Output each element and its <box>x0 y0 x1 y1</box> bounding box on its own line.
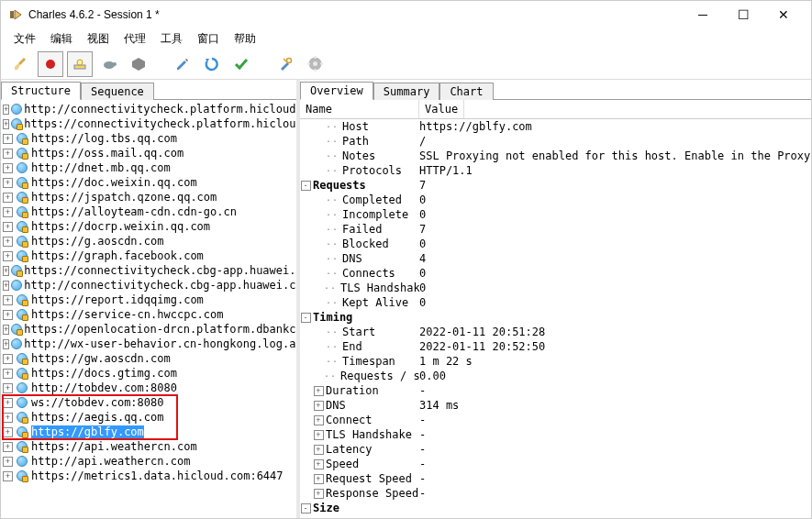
tree-label[interactable]: https://alloyteam-cdn.cdn-go.cn <box>31 205 237 218</box>
detail-row[interactable]: ··Failed7 <box>300 222 811 237</box>
detail-row[interactable]: ··Timespan1 m 22 s <box>300 354 811 369</box>
expand-icon[interactable]: + <box>314 401 324 411</box>
tree-label[interactable]: https://jspatch.qzone.qq.com <box>31 191 217 204</box>
expand-icon[interactable]: + <box>3 163 13 173</box>
menu-view[interactable]: 视图 <box>80 29 117 49</box>
tree-label[interactable]: ws://tobdev.com:8080 <box>31 396 164 409</box>
detail-row[interactable]: ··TLS Handshakes0 <box>300 281 811 295</box>
expand-icon[interactable]: + <box>314 415 324 425</box>
tree-row[interactable]: +https://aegis.qq.com <box>1 410 296 425</box>
tree-row[interactable]: +https://connectivitycheck.platform.hicl… <box>1 116 296 131</box>
tree-label[interactable]: https://oss.mail.qq.com <box>31 147 184 160</box>
hexagon-icon[interactable] <box>126 51 151 77</box>
expand-icon[interactable]: + <box>3 149 13 159</box>
tree-row[interactable]: +https://docrp.weixin.qq.com <box>1 219 296 234</box>
detail-row[interactable]: ··Requests / sec0.00 <box>300 369 811 383</box>
expand-icon[interactable]: + <box>3 251 13 261</box>
expand-icon[interactable]: + <box>3 310 13 320</box>
detail-row[interactable]: +Duration- <box>300 383 811 398</box>
detail-row[interactable]: -Timing <box>300 310 811 325</box>
expand-icon[interactable]: + <box>3 105 9 115</box>
expand-icon[interactable]: + <box>3 193 13 203</box>
expand-icon[interactable]: + <box>314 459 324 469</box>
menu-edit[interactable]: 编辑 <box>43 29 80 49</box>
tree-label[interactable]: http://api.weathercn.com <box>31 455 190 468</box>
tree-label[interactable]: https://docs.gtimg.com <box>31 367 177 380</box>
tree-row[interactable]: +https://log.tbs.qq.com <box>1 131 296 146</box>
tree-row[interactable]: +http://api.weathercn.com <box>1 454 296 469</box>
tree-label[interactable]: https://graph.facebook.com <box>31 249 204 262</box>
compose-icon[interactable] <box>170 51 195 77</box>
menu-file[interactable]: 文件 <box>6 29 43 49</box>
tree-label[interactable]: https://service-cn.hwccpc.com <box>31 308 224 321</box>
expand-icon[interactable]: + <box>314 489 324 499</box>
expand-icon[interactable]: + <box>3 266 9 276</box>
broom-icon[interactable] <box>8 51 34 77</box>
detail-row[interactable]: ··Hosthttps://gblfy.com <box>300 119 811 134</box>
tree-label[interactable]: https://connectivitycheck.cbg-app.huawei… <box>24 264 296 277</box>
tree-row[interactable]: +https://api.weathercn.com <box>1 439 296 454</box>
tree-row[interactable]: +https://service-cn.hwccpc.com <box>1 307 296 322</box>
detail-row[interactable]: ··Connects0 <box>300 266 811 281</box>
tree-label[interactable]: https://openlocation-drcn.platform.dbank… <box>24 323 296 336</box>
tree-label[interactable]: https://log.tbs.qq.com <box>31 132 177 145</box>
tree-label[interactable]: https://gw.aoscdn.com <box>31 352 171 365</box>
detail-row[interactable]: ··Path/ <box>300 134 811 149</box>
menu-help[interactable]: 帮助 <box>227 29 263 49</box>
detail-row[interactable]: -Requests7 <box>300 178 811 193</box>
tree-row[interactable]: +https://oss.mail.qq.com <box>1 146 296 160</box>
turtle-icon[interactable] <box>96 51 122 77</box>
expand-icon[interactable]: + <box>3 427 13 437</box>
detail-row[interactable]: ··ProtocolsHTTP/1.1 <box>300 163 811 178</box>
expand-icon[interactable]: + <box>3 134 13 144</box>
detail-row[interactable]: +Latency- <box>300 442 811 457</box>
tab-sequence[interactable]: Sequence <box>81 83 154 100</box>
tree-row[interactable]: +https://connectivitycheck.cbg-app.huawe… <box>1 263 296 278</box>
detail-row[interactable]: +Speed- <box>300 457 811 471</box>
expand-icon[interactable]: + <box>3 339 9 349</box>
tree-row[interactable]: +https://docs.gtimg.com <box>1 366 296 381</box>
tree-row[interactable]: +https://gblfy.com <box>1 425 296 439</box>
collapse-icon[interactable]: - <box>301 313 311 323</box>
expand-icon[interactable]: + <box>3 354 13 364</box>
tree-label[interactable]: https://api.weathercn.com <box>31 440 197 453</box>
tree-row[interactable]: +https://gw.aoscdn.com <box>1 351 296 366</box>
detail-row[interactable]: ··Completed0 <box>300 193 811 207</box>
tab-overview[interactable]: Overview <box>300 82 373 100</box>
expand-icon[interactable]: + <box>3 383 13 393</box>
tree-label[interactable]: https://report.idqqimg.com <box>31 293 204 306</box>
menu-tools[interactable]: 工具 <box>153 29 190 49</box>
tree-label[interactable]: http://tobdev.com:8080 <box>31 381 177 394</box>
maximize-button[interactable]: ☐ <box>723 1 763 28</box>
expand-icon[interactable]: + <box>3 295 13 305</box>
expand-icon[interactable]: + <box>3 178 13 188</box>
expand-icon[interactable]: + <box>3 281 9 291</box>
expand-icon[interactable]: + <box>3 442 13 452</box>
tree-row[interactable]: +https://alloyteam-cdn.cdn-go.cn <box>1 204 296 219</box>
throttle-button[interactable] <box>67 51 93 77</box>
tree-row[interactable]: +http://wx-user-behavior.cn-hongkong.log… <box>1 337 296 351</box>
col-value[interactable]: Value <box>419 100 464 118</box>
expand-icon[interactable]: + <box>3 471 13 481</box>
tree-row[interactable]: +http://dnet.mb.qq.com <box>1 160 296 175</box>
detail-row[interactable]: ··NotesSSL Proxying not enabled for this… <box>300 149 811 163</box>
tree-label[interactable]: https://connectivitycheck.platform.hiclo… <box>24 117 296 130</box>
detail-row[interactable]: +Connect- <box>300 413 811 427</box>
expand-icon[interactable]: + <box>3 413 13 423</box>
tree-row[interactable]: +https://metrics1.data.hicloud.com:6447 <box>1 469 296 483</box>
tree-label[interactable]: https://doc.weixin.qq.com <box>31 176 197 189</box>
tree-row[interactable]: +ws://tobdev.com:8080 <box>1 395 296 410</box>
col-name[interactable]: Name <box>300 100 419 118</box>
host-tree[interactable]: +http://connectivitycheck.platform.hiclo… <box>1 100 296 518</box>
expand-icon[interactable]: + <box>3 369 13 379</box>
detail-row[interactable]: ··Kept Alive0 <box>300 295 811 310</box>
tree-label[interactable]: https://aegis.qq.com <box>31 411 164 424</box>
detail-row[interactable]: -Size <box>300 501 811 515</box>
tree-row[interactable]: +http://connectivitycheck.cbg-app.huawei… <box>1 278 296 293</box>
settings-icon[interactable] <box>302 51 328 77</box>
detail-row[interactable]: +TLS Handshake- <box>300 427 811 442</box>
expand-icon[interactable]: + <box>314 445 324 455</box>
detail-row[interactable]: ··Blocked0 <box>300 237 811 251</box>
detail-row[interactable]: +Request Speed- <box>300 471 811 486</box>
detail-row[interactable]: ··DNS4 <box>300 251 811 266</box>
